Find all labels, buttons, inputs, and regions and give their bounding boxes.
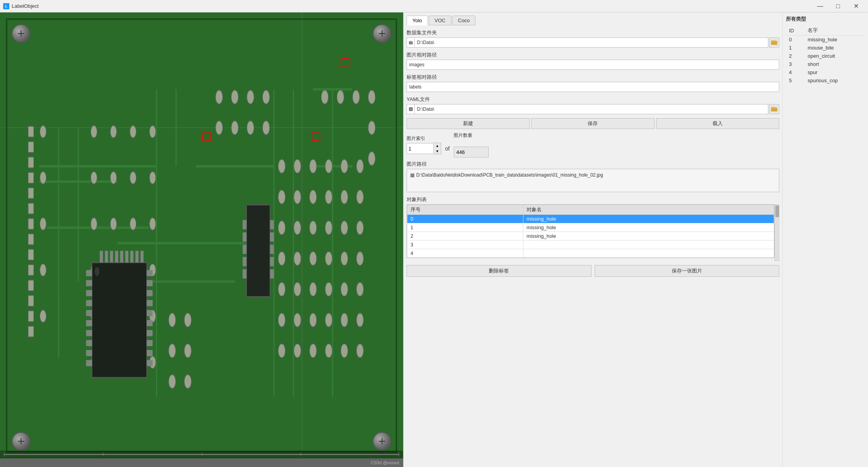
type-name: missing_hole (805, 35, 865, 44)
svg-rect-140 (100, 251, 103, 262)
annotation-box-1[interactable] (202, 133, 211, 141)
index-spin-buttons: ▲ ▼ (434, 143, 441, 154)
svg-rect-132 (147, 290, 153, 296)
row-name: missing_hole (523, 232, 774, 241)
svg-rect-153 (243, 245, 246, 254)
col-header-name: 对象名 (523, 205, 774, 215)
type-id: 3 (786, 60, 805, 68)
pcb-canvas[interactable] (0, 12, 403, 458)
close-button[interactable]: ✕ (847, 0, 865, 12)
svg-rect-19 (28, 188, 33, 199)
svg-point-67 (278, 282, 285, 296)
svg-rect-122 (86, 290, 92, 296)
svg-point-116 (368, 90, 375, 104)
svg-rect-120 (86, 270, 92, 276)
svg-rect-128 (86, 350, 92, 356)
svg-point-92 (341, 190, 348, 204)
svg-rect-133 (147, 300, 153, 306)
svg-point-42 (110, 218, 116, 230)
svg-point-58 (184, 344, 191, 358)
dataset-folder-icon (407, 37, 414, 48)
svg-point-31 (40, 218, 46, 230)
table-row[interactable]: 0missing_hole (407, 215, 774, 223)
svg-rect-27 (28, 311, 33, 322)
svg-point-75 (294, 313, 301, 327)
table-row[interactable]: 2missing_hole (407, 232, 774, 241)
yaml-file-icon (407, 104, 414, 114)
annotation-box-3[interactable] (341, 58, 350, 67)
list-item[interactable]: 1mouse_bite (786, 44, 865, 52)
object-list-scrollbar[interactable] (775, 204, 779, 261)
dataset-folder-browse-button[interactable] (769, 37, 779, 48)
svg-rect-165 (410, 173, 414, 177)
app-title: LabelObject (12, 3, 811, 9)
list-item[interactable]: 3short (786, 60, 865, 68)
dataset-folder-input[interactable] (414, 37, 768, 48)
svg-point-85 (325, 190, 332, 204)
svg-rect-123 (86, 300, 92, 306)
row-name (523, 241, 774, 249)
svg-point-101 (356, 251, 363, 265)
table-row[interactable]: 1missing_hole (407, 223, 774, 232)
svg-point-78 (310, 190, 317, 204)
image-path-label: 图片路径 (407, 161, 779, 168)
table-row[interactable]: 4 (407, 249, 774, 258)
index-up-button[interactable]: ▲ (434, 143, 441, 149)
tab-voc[interactable]: VOC (429, 16, 451, 25)
minimize-button[interactable]: — (811, 0, 829, 12)
dataset-folder-section: 数据集文件夹 (407, 29, 779, 48)
svg-point-35 (91, 172, 97, 184)
tab-yolo[interactable]: Yolo (407, 16, 428, 25)
index-down-button[interactable]: ▼ (434, 149, 441, 154)
svg-rect-146 (130, 251, 134, 262)
list-item[interactable]: 0missing_hole (786, 35, 865, 44)
svg-point-51 (150, 126, 156, 138)
yaml-file-input[interactable] (414, 104, 768, 114)
types-col-name: 名字 (805, 26, 865, 35)
svg-point-77 (310, 159, 317, 173)
svg-point-59 (184, 375, 191, 389)
image-count-label: 图片数量 (454, 132, 489, 139)
svg-point-91 (341, 159, 348, 173)
svg-rect-22 (28, 234, 33, 245)
image-index-input[interactable] (407, 143, 434, 154)
svg-point-29 (40, 126, 46, 138)
svg-rect-25 (28, 280, 33, 291)
svg-point-99 (356, 190, 363, 204)
svg-rect-148 (141, 251, 144, 262)
load-button[interactable]: 载入 (656, 118, 779, 129)
image-path-display: D:\Data\BaiduNetdiskDownload\PCB_train_d… (407, 169, 779, 192)
new-button[interactable]: 新建 (407, 118, 530, 129)
svg-point-97 (341, 344, 348, 358)
svg-rect-135 (147, 320, 153, 326)
col-header-id: 序号 (407, 205, 523, 215)
svg-point-107 (247, 90, 254, 104)
svg-point-100 (356, 221, 363, 235)
image-index-group: 图片索引 ▲ ▼ (407, 135, 441, 154)
row-name: missing_hole (523, 223, 774, 232)
image-folder-input[interactable] (407, 60, 779, 70)
canvas-ruler (0, 451, 403, 458)
svg-rect-150 (246, 205, 270, 297)
svg-rect-21 (28, 219, 33, 230)
annotation-box-2[interactable] (312, 133, 320, 141)
label-folder-input[interactable] (407, 82, 779, 92)
table-row[interactable]: 3 (407, 241, 774, 249)
svg-point-60 (169, 313, 176, 327)
tab-coco[interactable]: Coco (452, 16, 475, 25)
svg-point-33 (40, 310, 46, 322)
save-image-button[interactable]: 保存一张图片 (595, 265, 780, 277)
yaml-file-browse-button[interactable] (769, 104, 779, 114)
svg-point-73 (294, 251, 301, 265)
image-folder-label: 图片相对路径 (407, 51, 779, 58)
svg-point-72 (294, 221, 301, 235)
list-item[interactable]: 2open_circuit (786, 52, 865, 60)
svg-rect-145 (125, 251, 129, 262)
save-button[interactable]: 保存 (531, 118, 654, 129)
app-icon: L (3, 3, 9, 9)
list-item[interactable]: 4spur (786, 68, 865, 76)
svg-rect-151 (243, 220, 246, 230)
delete-label-button[interactable]: 删除标签 (407, 265, 592, 277)
list-item[interactable]: 5spurious_cop (786, 76, 865, 85)
maximize-button[interactable]: □ (829, 0, 847, 12)
